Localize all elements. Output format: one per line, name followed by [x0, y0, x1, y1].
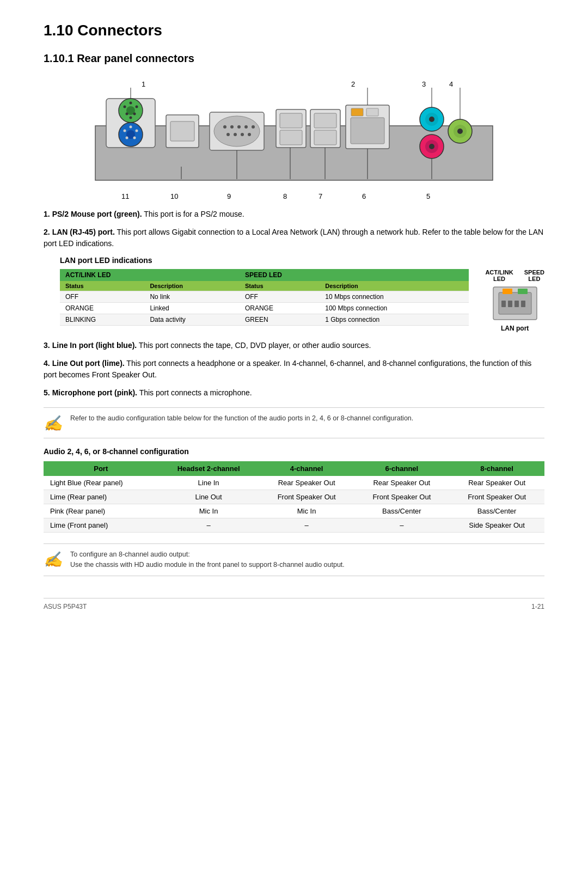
lan-port-label: LAN port	[501, 325, 529, 332]
lan-table-row-2: ORANGE Linked ORANGE 100 Mbps connection	[60, 303, 469, 314]
lan-led-table: ACT/LINK LED SPEED LED Status Descriptio…	[60, 269, 469, 326]
diagram-num-8: 8	[283, 192, 287, 200]
svg-point-44	[429, 117, 434, 122]
audio-col-6ch: 6-channel	[354, 461, 449, 476]
note-text-1: Refer to the audio configuration table b…	[70, 413, 413, 424]
svg-point-8	[133, 113, 136, 115]
svg-rect-19	[170, 121, 194, 141]
audio-row-4: Lime (Front panel) – – – Side Speaker Ou…	[44, 518, 544, 533]
audio-r4-6ch: –	[354, 518, 449, 533]
svg-point-14	[136, 130, 138, 132]
item-num-3: 3.	[44, 341, 50, 350]
svg-point-26	[252, 125, 255, 129]
list-item-4: 4.Line Out port (lime). This port connec…	[44, 358, 544, 381]
lan-port-svg	[491, 284, 540, 322]
audio-r2-2ch: Line Out	[158, 490, 259, 504]
diagram-num-6: 6	[362, 192, 366, 200]
lan-r2-s2: ORANGE	[240, 303, 320, 314]
item-label-5: Microphone port (pink).	[52, 388, 137, 397]
list-item-5: 5.Microphone port (pink). This port conn…	[44, 387, 544, 399]
svg-point-27	[226, 133, 230, 136]
connector-diagram: 1 2 3 4	[44, 75, 544, 198]
svg-point-52	[429, 144, 434, 149]
diagram-num-9: 9	[227, 192, 231, 200]
lan-table-row-1: OFF No link OFF 10 Mbps connection	[60, 291, 469, 303]
svg-rect-39	[351, 108, 363, 116]
lan-r1-d2: 10 Mbps connection	[320, 291, 469, 303]
svg-point-23	[230, 125, 234, 129]
item-label-4: Line Out port (lime).	[52, 359, 125, 368]
audio-r4-port: Lime (Front panel)	[44, 518, 158, 533]
diagram-num-3: 3	[422, 80, 426, 88]
note-icon-2: ✍	[44, 551, 63, 569]
item-num-5: 5.	[44, 388, 50, 397]
audio-r3-6ch: Bass/Center	[354, 504, 449, 518]
lan-col-desc1: Description	[144, 281, 240, 291]
svg-point-15	[126, 137, 128, 139]
audio-r1-port: Light Blue (Rear panel)	[44, 476, 158, 490]
svg-point-4	[130, 102, 132, 105]
list-item-3: 3.Line In port (light blue). This port c…	[44, 340, 544, 351]
item-label-1: PS/2 Mouse port (green).	[52, 210, 142, 218]
lan-col-desc2: Description	[320, 281, 469, 291]
audio-r3-4ch: Mic In	[259, 504, 354, 518]
svg-rect-62	[518, 289, 528, 294]
audio-r1-2ch: Line In	[158, 476, 259, 490]
connector-list: 1.PS/2 Mouse port (green). This port is …	[44, 209, 544, 249]
audio-col-4ch: 4-channel	[259, 461, 354, 476]
svg-point-16	[133, 137, 136, 139]
note-text-2: To configure an 8-channel audio output: …	[70, 549, 345, 570]
lan-r2-d2: 100 Mbps connection	[320, 303, 469, 314]
audio-r1-6ch: Rear Speaker Out	[354, 476, 449, 490]
audio-col-port: Port	[44, 461, 158, 476]
diagram-num-4: 4	[449, 80, 453, 88]
audio-r2-6ch: Front Speaker Out	[354, 490, 449, 504]
lan-r2-d1: Linked	[144, 303, 240, 314]
audio-r2-8ch: Front Speaker Out	[449, 490, 544, 504]
svg-point-24	[237, 125, 241, 129]
footer-left: ASUS P5P43T	[44, 603, 87, 610]
lan-r3-s2: GREEN	[240, 314, 320, 326]
audio-section: Audio 2, 4, 6, or 8-channel configuratio…	[44, 447, 544, 533]
lan-col-status1: Status	[60, 281, 144, 291]
item-text-2: This port allows Gigabit connection to a…	[44, 228, 543, 248]
audio-table-header: Port Headset 2-channel 4-channel 6-chann…	[44, 461, 544, 476]
lan-table-row-3: BLINKING Data activity GREEN 1 Gbps conn…	[60, 314, 469, 326]
diagram-num-10: 10	[170, 192, 178, 200]
note-box-2: ✍ To configure an 8-channel audio output…	[44, 543, 544, 576]
note2-text: Use the chassis with HD audio module in …	[70, 561, 345, 569]
rear-panel-svg	[90, 82, 498, 191]
audio-r4-4ch: –	[259, 518, 354, 533]
svg-rect-66	[521, 301, 525, 307]
diagram-num-2: 2	[351, 80, 355, 88]
svg-point-30	[248, 133, 251, 136]
audio-r4-2ch: –	[158, 518, 259, 533]
list-item-1: 1.PS/2 Mouse port (green). This port is …	[44, 209, 544, 220]
svg-point-12	[130, 126, 132, 129]
lan-speed-header: SPEED LED	[240, 269, 469, 281]
audio-col-2ch: Headset 2-channel	[158, 461, 259, 476]
svg-rect-65	[514, 301, 519, 307]
diagram-num-5: 5	[426, 192, 430, 200]
svg-rect-64	[508, 301, 512, 307]
svg-point-48	[457, 129, 463, 134]
item-num-2: 2.	[44, 228, 50, 236]
svg-point-5	[124, 106, 126, 108]
item-num-1: 1.	[44, 210, 50, 218]
audio-r2-port: Lime (Rear panel)	[44, 490, 158, 504]
svg-point-25	[244, 125, 248, 129]
lan-r1-d1: No link	[144, 291, 240, 303]
svg-point-22	[223, 125, 226, 129]
audio-row-3: Pink (Rear panel) Mic In Mic In Bass/Cen…	[44, 504, 544, 518]
audio-r1-4ch: Rear Speaker Out	[259, 476, 354, 490]
lan-actlink-header: ACT/LINK LED	[60, 269, 240, 281]
svg-rect-63	[501, 301, 506, 307]
diagram-num-11: 11	[121, 192, 129, 200]
lan-r3-s1: BLINKING	[60, 314, 144, 326]
item-num-4: 4.	[44, 359, 50, 368]
item-label-2: LAN (RJ-45) port.	[52, 228, 115, 236]
audio-section-title: Audio 2, 4, 6, or 8-channel configuratio…	[44, 447, 544, 456]
svg-rect-32	[280, 113, 302, 128]
speed-led-label: SPEEDLED	[524, 269, 544, 282]
item-text-5: This port connects a microphone.	[137, 388, 252, 397]
